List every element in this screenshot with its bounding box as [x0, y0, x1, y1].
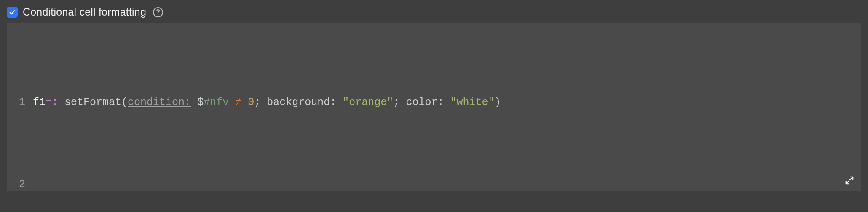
token-variable: f1	[33, 96, 46, 109]
token-param: condition:	[128, 96, 191, 109]
panel-header: Conditional cell formatting ?	[7, 4, 861, 23]
token-special: #nfv	[204, 96, 229, 109]
panel-title: Conditional cell formatting	[23, 6, 146, 18]
token-function: setFormat	[64, 96, 121, 109]
token-dollar: $	[197, 96, 204, 109]
conditional-formatting-panel: Conditional cell formatting ? 1 f1=: set…	[0, 0, 868, 197]
line-number: 1	[7, 95, 33, 111]
token-punct: )	[494, 96, 501, 109]
token-number: 0	[248, 96, 254, 109]
token-operator-ne: ≠	[235, 96, 241, 109]
token-key: color:	[406, 96, 444, 109]
expand-button[interactable]	[844, 174, 855, 186]
code-text: f1=: setFormat(condition: $#nfv ≠ 0; bac…	[33, 95, 501, 111]
token-punct: ;	[254, 96, 260, 109]
token-define: =:	[46, 96, 58, 109]
help-icon[interactable]: ?	[153, 7, 163, 17]
check-icon	[8, 8, 16, 16]
enable-checkbox[interactable]	[7, 7, 18, 18]
code-text	[33, 177, 39, 193]
token-string: "orange"	[343, 96, 393, 109]
token-key: background:	[267, 96, 336, 109]
code-line: 1 f1=: setFormat(condition: $#nfv ≠ 0; b…	[7, 95, 861, 111]
code-editor[interactable]: 1 f1=: setFormat(condition: $#nfv ≠ 0; b…	[7, 23, 861, 191]
code-editor-content: 1 f1=: setFormat(condition: $#nfv ≠ 0; b…	[7, 29, 861, 212]
code-line: 2	[7, 177, 861, 193]
token-punct: ;	[393, 96, 399, 109]
line-number: 2	[7, 177, 33, 193]
token-string: "white"	[450, 96, 494, 109]
token-punct: (	[121, 96, 128, 109]
expand-icon	[845, 176, 854, 185]
